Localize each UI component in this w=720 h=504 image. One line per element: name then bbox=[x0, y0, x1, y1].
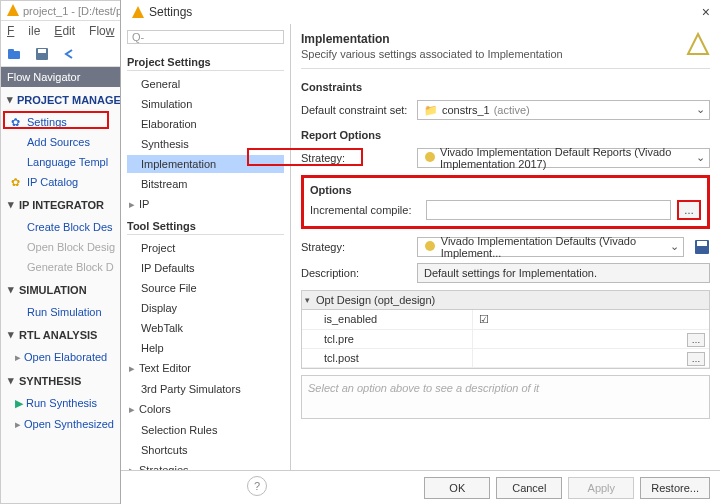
chevron-down-icon: ⌄ bbox=[670, 240, 679, 253]
tool-settings-header: Tool Settings bbox=[127, 220, 284, 235]
nav-language-templates[interactable]: Language Templ bbox=[1, 152, 120, 172]
description-label: Description: bbox=[301, 267, 411, 279]
svg-point-8 bbox=[425, 241, 435, 251]
page-subtitle: Specify various settings associated to I… bbox=[301, 48, 563, 60]
opt-design-group[interactable]: Opt Design (opt_design) bbox=[302, 291, 709, 310]
nav-generate-block-design: Generate Block D bbox=[1, 257, 120, 277]
section-project-manager[interactable]: ▾PROJECT MANAGER bbox=[1, 87, 120, 112]
svg-rect-10 bbox=[697, 241, 707, 246]
description-field[interactable]: Default settings for Implementation. bbox=[417, 263, 710, 283]
ps-simulation[interactable]: Simulation bbox=[127, 95, 284, 113]
apply-button: Apply bbox=[568, 477, 634, 499]
dialog-button-bar: OK Cancel Apply Restore... bbox=[121, 470, 720, 504]
browse-icon[interactable]: … bbox=[687, 333, 705, 347]
ts-shortcuts[interactable]: Shortcuts bbox=[127, 441, 284, 459]
incremental-compile-input[interactable] bbox=[426, 200, 671, 220]
vivado-logo bbox=[686, 32, 710, 56]
save-icon[interactable] bbox=[35, 47, 49, 61]
nav-add-sources[interactable]: Add Sources bbox=[1, 132, 120, 152]
settings-nav: Q- Project Settings General Simulation E… bbox=[121, 24, 291, 470]
nav-settings[interactable]: ✿Settings bbox=[1, 112, 120, 132]
strategy-label: Strategy: bbox=[301, 241, 411, 253]
incremental-compile-browse-button[interactable]: … bbox=[677, 200, 701, 220]
section-synthesis[interactable]: ▾SYNTHESIS bbox=[1, 368, 120, 393]
undo-icon[interactable] bbox=[63, 47, 77, 61]
svg-marker-5 bbox=[132, 6, 144, 18]
incremental-compile-label: Incremental compile: bbox=[310, 204, 420, 216]
ts-project[interactable]: Project bbox=[127, 239, 284, 257]
browse-icon[interactable]: … bbox=[687, 352, 705, 366]
menu-edit[interactable]: Edit bbox=[54, 24, 75, 38]
nav-open-block-design: Open Block Desig bbox=[1, 237, 120, 257]
property-grid: Opt Design (opt_design) is_enabled ☑ tcl… bbox=[301, 290, 710, 369]
strategy-dropdown[interactable]: Vivado Implementation Defaults (Vivado I… bbox=[417, 237, 684, 257]
nav-open-elaborated[interactable]: ▸ Open Elaborated bbox=[1, 347, 120, 368]
report-strategy-label: Strategy: bbox=[301, 152, 411, 164]
ps-elaboration[interactable]: Elaboration bbox=[127, 115, 284, 133]
restore-button[interactable]: Restore... bbox=[640, 477, 710, 499]
nav-run-synthesis[interactable]: ▶ Run Synthesis bbox=[1, 393, 120, 414]
flow-navigator-title: Flow Navigator bbox=[1, 67, 120, 87]
open-icon[interactable] bbox=[7, 47, 21, 61]
section-rtl-analysis[interactable]: ▾RTL ANALYSIS bbox=[1, 322, 120, 347]
save-strategy-icon[interactable] bbox=[694, 239, 710, 255]
nav-ip-catalog[interactable]: ✿IP Catalog bbox=[1, 172, 120, 192]
report-strategy-dropdown[interactable]: Vivado Implementation Default Reports (V… bbox=[417, 148, 710, 168]
dialog-titlebar: Settings × bbox=[121, 0, 720, 24]
close-icon[interactable]: × bbox=[702, 4, 710, 20]
settings-dialog: Settings × Q- Project Settings General S… bbox=[120, 0, 720, 504]
dialog-title: Settings bbox=[149, 5, 192, 19]
ts-text-editor[interactable]: ▸Text Editor bbox=[127, 359, 284, 378]
strategy-icon bbox=[424, 240, 437, 254]
chevron-down-icon: ⌄ bbox=[696, 151, 705, 164]
folder-icon: 📁 bbox=[424, 104, 438, 117]
ts-ip-defaults[interactable]: IP Defaults bbox=[127, 259, 284, 277]
svg-marker-0 bbox=[7, 4, 19, 16]
app-title: project_1 - [D:/test/p bbox=[23, 5, 122, 17]
prop-row-tcl-post[interactable]: tcl.post … bbox=[302, 349, 709, 368]
ps-general[interactable]: General bbox=[127, 75, 284, 93]
app-icon bbox=[7, 4, 19, 18]
chevron-down-icon: ⌄ bbox=[696, 103, 705, 116]
prop-row-is-enabled[interactable]: is_enabled ☑ bbox=[302, 310, 709, 330]
ok-button[interactable]: OK bbox=[424, 477, 490, 499]
options-label: Options bbox=[310, 184, 701, 196]
section-ip-integrator[interactable]: ▾IP INTEGRATOR bbox=[1, 192, 120, 217]
nav-open-synthesized[interactable]: ▸ Open Synthesized bbox=[1, 414, 120, 435]
ts-source-file[interactable]: Source File bbox=[127, 279, 284, 297]
svg-point-7 bbox=[425, 152, 435, 162]
search-input[interactable]: Q- bbox=[127, 30, 284, 44]
page-title: Implementation bbox=[301, 32, 563, 46]
ts-colors[interactable]: ▸Colors bbox=[127, 400, 284, 419]
nav-create-block-design[interactable]: Create Block Des bbox=[1, 217, 120, 237]
ps-bitstream[interactable]: Bitstream bbox=[127, 175, 284, 193]
svg-rect-4 bbox=[38, 49, 46, 53]
default-constraint-label: Default constraint set: bbox=[301, 104, 411, 116]
options-highlight-box: Options Incremental compile: … bbox=[301, 175, 710, 229]
svg-rect-2 bbox=[8, 49, 14, 53]
prop-row-tcl-pre[interactable]: tcl.pre … bbox=[302, 330, 709, 349]
menu-file[interactable]: File bbox=[7, 24, 40, 38]
ps-implementation[interactable]: Implementation bbox=[127, 155, 284, 173]
ts-3rd-party[interactable]: 3rd Party Simulators bbox=[127, 380, 284, 398]
dialog-icon bbox=[131, 5, 145, 19]
ps-ip[interactable]: ▸IP bbox=[127, 195, 284, 214]
flow-navigator: Flow Navigator ▾PROJECT MANAGER ✿Setting… bbox=[1, 67, 121, 503]
ts-display[interactable]: Display bbox=[127, 299, 284, 317]
cancel-button[interactable]: Cancel bbox=[496, 477, 562, 499]
strategy-icon bbox=[424, 151, 436, 165]
svg-marker-6 bbox=[688, 34, 708, 54]
menu-flow[interactable]: Flow bbox=[89, 24, 114, 38]
help-button[interactable]: ? bbox=[247, 476, 267, 496]
checkbox-checked-icon[interactable]: ☑ bbox=[479, 313, 489, 325]
ps-synthesis[interactable]: Synthesis bbox=[127, 135, 284, 153]
ts-selection-rules[interactable]: Selection Rules bbox=[127, 421, 284, 439]
ts-strategies[interactable]: ▸Strategies bbox=[127, 461, 284, 470]
section-simulation[interactable]: ▾SIMULATION bbox=[1, 277, 120, 302]
constraint-set-dropdown[interactable]: 📁 constrs_1 (active) ⌄ bbox=[417, 100, 710, 120]
nav-run-simulation[interactable]: Run Simulation bbox=[1, 302, 120, 322]
settings-content: Implementation Specify various settings … bbox=[291, 24, 720, 470]
ts-help[interactable]: Help bbox=[127, 339, 284, 357]
ts-webtalk[interactable]: WebTalk bbox=[127, 319, 284, 337]
report-options-label: Report Options bbox=[301, 129, 710, 141]
